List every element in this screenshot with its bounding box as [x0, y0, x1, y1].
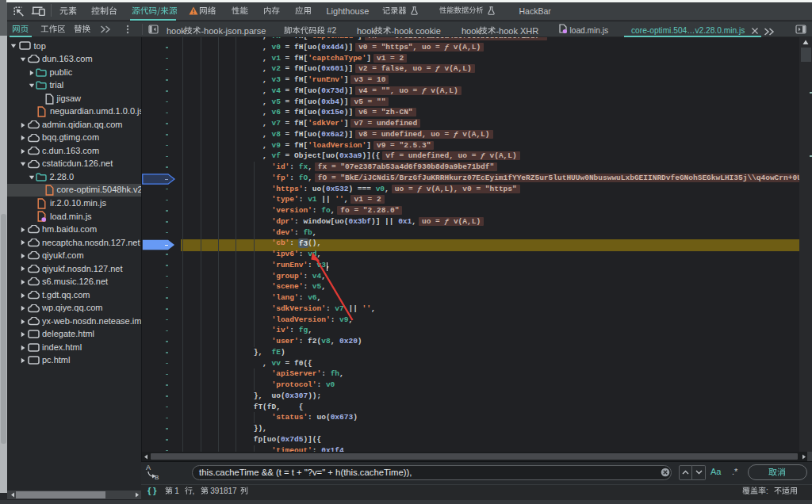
svg-text:A: A — [146, 464, 151, 472]
svg-text:B: B — [155, 474, 159, 481]
